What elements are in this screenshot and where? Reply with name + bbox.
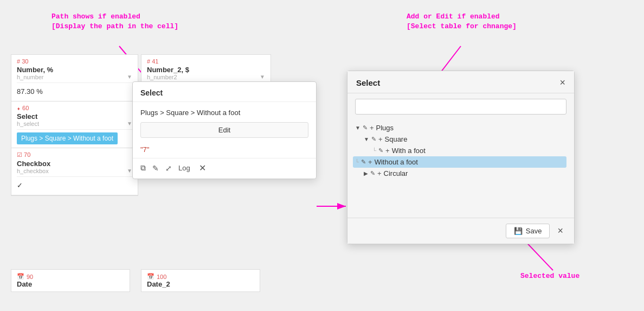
plugs-label: Plugs [376, 124, 394, 132]
number-dropdown-arrow[interactable]: ▼ [127, 74, 132, 80]
tree-item-with-foot[interactable]: └ ✎ + With a foot [372, 145, 566, 156]
dialog-close-button[interactable]: × [559, 78, 565, 87]
save-button[interactable]: 💾 Save [506, 224, 550, 238]
with-foot-add-icon[interactable]: + [385, 147, 390, 155]
number2-cell-id: # 41 [147, 58, 265, 65]
annotation-top-right: Add or Edit if enabled [Select table for… [407, 12, 517, 31]
number2-dropdown-arrow[interactable]: ▼ [260, 74, 265, 80]
number-cell: # 30 Number, % h_number ▼ 87.30 % [11, 55, 138, 101]
date2-label: Date_2 [147, 280, 254, 288]
date2-icon: 📅 [147, 273, 154, 280]
select-popup: Select Plugs > Square > Without a foot E… [132, 81, 317, 179]
square-edit-icon[interactable]: ✎ [371, 136, 376, 143]
checkbox-cell: ☑ 70 Checkbox h_checkbox ▼ ✓ [11, 148, 138, 195]
select-cell-value[interactable]: Plugs > Square > Without a foot [17, 132, 132, 144]
popup-value: "7" [133, 144, 316, 158]
dialog-search-input[interactable] [355, 99, 566, 115]
square-collapse-arrow[interactable]: ▼ [364, 136, 369, 142]
checkbox-cell-id: ☑ 70 [17, 151, 132, 158]
with-foot-edit-icon[interactable]: ✎ [378, 147, 383, 154]
date1-id: 📅 90 [17, 273, 124, 280]
date1-icon: 📅 [17, 273, 24, 280]
log-button[interactable]: Log [178, 164, 190, 172]
dialog-footer: 💾 Save × [347, 218, 574, 244]
popup-close-icon[interactable]: ✕ [199, 163, 206, 173]
circular-edit-icon[interactable]: ✎ [370, 170, 375, 177]
select-dropdown-arrow[interactable]: ▼ [127, 120, 132, 126]
tree-item-plugs[interactable]: ▼ ✎ + Plugs [355, 122, 566, 134]
square-add-icon[interactable]: + [378, 135, 383, 143]
select-cell: ⬧ 60 Select h_select ▼ Plugs > Square > … [11, 101, 138, 148]
select-cell-type: h_select ▼ [17, 120, 132, 130]
tree-item-without-foot[interactable]: └ ✎ + Without a foot [353, 156, 566, 168]
number-cell-type: h_number ▼ [17, 74, 132, 83]
left-panel: # 30 Number, % h_number ▼ 87.30 % ⬧ 60 S… [11, 54, 138, 196]
date-cell-1: 📅 90 Date [11, 269, 130, 292]
number-cell-label: Number, % [17, 66, 132, 74]
plugs-collapse-arrow[interactable]: ▼ [355, 125, 360, 131]
popup-header: Select [133, 82, 316, 102]
circular-label: Circular [384, 169, 408, 177]
select-cell-label: Select [17, 112, 132, 120]
tree-item-circular[interactable]: ▶ ✎ + Circular [364, 168, 566, 179]
save-label: Save [526, 227, 542, 235]
without-foot-connector: └ [355, 159, 359, 165]
without-foot-edit-icon[interactable]: ✎ [361, 158, 366, 166]
with-foot-label: With a foot [392, 147, 426, 155]
expand-icon[interactable]: ⤢ [165, 164, 172, 173]
tree-area: ▼ ✎ + Plugs ▼ ✎ + Square └ ✎ + With a fo… [347, 120, 574, 218]
tree-item-square[interactable]: ▼ ✎ + Square [364, 134, 566, 145]
date-row: 📅 90 Date 📅 100 Date_2 [11, 269, 260, 292]
dialog-title: Select [356, 78, 380, 87]
select-dialog: Select × ▼ ✎ + Plugs ▼ ✎ + Square └ ✎ + … [347, 71, 575, 244]
edit-icon[interactable]: ✎ [152, 164, 159, 173]
plugs-add-icon[interactable]: + [370, 124, 374, 132]
number2-cell-label: Number_2, $ [147, 66, 265, 74]
annotation-top-left: Path shows if enabled [Display the path … [51, 12, 178, 31]
dialog-header: Select × [347, 71, 574, 93]
copy-icon[interactable]: ⧉ [140, 163, 146, 173]
plugs-edit-icon[interactable]: ✎ [363, 124, 368, 131]
dialog-search-area [347, 93, 574, 120]
popup-edit-button[interactable]: Edit [140, 122, 308, 138]
circular-collapse-arrow[interactable]: ▶ [364, 170, 368, 176]
checkbox-cell-value: ✓ [17, 179, 132, 192]
popup-body: Plugs > Square > Without a foot Edit [133, 102, 316, 144]
without-foot-label: Without a foot [375, 158, 418, 166]
number-cell-id: # 30 [17, 58, 132, 65]
checkbox-dropdown-arrow[interactable]: ▼ [127, 168, 132, 174]
date2-id: 📅 100 [147, 273, 254, 280]
footer-close-button[interactable]: × [554, 224, 566, 238]
date1-label: Date [17, 280, 124, 288]
select-highlighted-value[interactable]: Plugs > Square > Without a foot [17, 132, 118, 144]
select-cell-id: ⬧ 60 [17, 105, 132, 111]
circular-add-icon[interactable]: + [377, 169, 382, 177]
without-foot-add-icon[interactable]: + [368, 158, 372, 166]
save-icon: 💾 [514, 227, 523, 235]
popup-title: Select [140, 88, 163, 97]
checkbox-cell-label: Checkbox [17, 160, 132, 168]
with-foot-connector: └ [372, 148, 376, 154]
date-cell-2: 📅 100 Date_2 [141, 269, 260, 292]
popup-footer: ⧉ ✎ ⤢ Log ✕ [133, 158, 316, 179]
checkbox-cell-type: h_checkbox ▼ [17, 168, 132, 177]
number-cell-value: 87.30 % [17, 85, 132, 98]
square-label: Square [385, 135, 408, 143]
popup-path: Plugs > Square > Without a foot [140, 109, 308, 117]
annotation-bottom-right: Selected value [520, 271, 579, 281]
